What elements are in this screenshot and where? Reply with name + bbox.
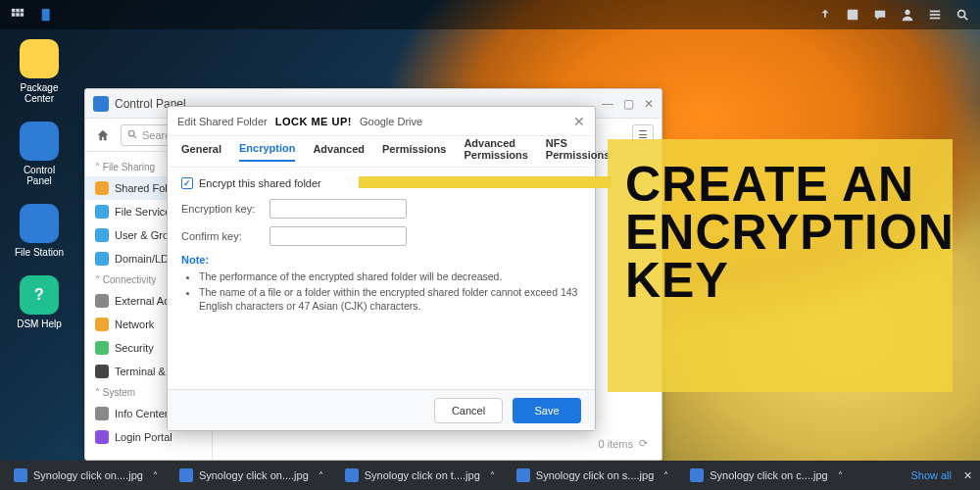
refresh-icon[interactable]: ⟳ xyxy=(639,437,648,450)
file-icon xyxy=(345,468,359,482)
services-icon xyxy=(95,205,109,219)
encrypt-checkbox[interactable]: ✓ xyxy=(181,177,193,189)
svg-rect-0 xyxy=(12,9,16,13)
status-bar: 0 items ⟳ xyxy=(599,437,648,450)
chevron-up-icon[interactable]: ˄ xyxy=(663,470,668,481)
download-item[interactable]: Synology click on t....jpg˄ xyxy=(339,468,501,482)
svg-rect-7 xyxy=(848,10,858,21)
svg-line-13 xyxy=(964,17,968,21)
download-item[interactable]: Synology click on s....jpg˄ xyxy=(511,468,674,482)
dialog-titlebar[interactable]: Edit Shared Folder LOCK ME UP! Google Dr… xyxy=(168,107,595,136)
window-minimize-icon[interactable]: — xyxy=(602,97,613,111)
svg-rect-5 xyxy=(21,13,24,17)
note-item: The name of a file or a folder within th… xyxy=(199,285,581,313)
tab-permissions[interactable]: Permissions xyxy=(382,143,446,161)
svg-rect-9 xyxy=(930,11,941,13)
svg-point-12 xyxy=(958,11,965,18)
desktop-icon-label: Package Center xyxy=(10,82,69,104)
svg-rect-10 xyxy=(930,14,941,16)
svg-rect-3 xyxy=(12,13,16,17)
desktop-icon-label: File Station xyxy=(15,247,64,258)
encrypt-checkbox-label: Encrypt this shared folder xyxy=(199,177,321,189)
dialog-subtitle: Google Drive xyxy=(360,116,422,127)
encryption-key-input[interactable] xyxy=(270,199,407,219)
main-menu-icon[interactable] xyxy=(6,3,29,26)
callout-text: CREATE AN ENCRYPTION KEY xyxy=(625,161,935,305)
taskbar-app-icon[interactable] xyxy=(35,3,59,26)
close-icon[interactable]: ✕ xyxy=(573,114,585,129)
chevron-up-icon[interactable]: ˄ xyxy=(318,470,323,481)
desktop-icon-label: DSM Help xyxy=(17,318,62,329)
save-button[interactable]: Save xyxy=(513,398,581,423)
tab-nfs-permissions[interactable]: NFS Permissions xyxy=(546,137,610,167)
desktop-icon-file-station[interactable]: File Station xyxy=(10,204,69,258)
upload-icon[interactable] xyxy=(813,3,837,26)
window-maximize-icon[interactable]: ▢ xyxy=(623,97,634,111)
network-icon xyxy=(95,318,109,331)
chevron-up-icon[interactable]: ˄ xyxy=(838,470,843,481)
info-icon xyxy=(95,407,109,420)
domain-icon xyxy=(95,252,109,266)
desktop-icon-dsm-help[interactable]: ? DSM Help xyxy=(10,275,69,329)
widget-icon[interactable] xyxy=(841,3,864,26)
cancel-button[interactable]: Cancel xyxy=(434,398,503,423)
system-topbar xyxy=(0,0,980,29)
close-icon[interactable]: ✕ xyxy=(963,469,972,482)
search-icon[interactable] xyxy=(951,3,974,26)
dialog-footer: Cancel Save xyxy=(168,389,595,430)
tab-advanced-permissions[interactable]: Advanced Permissions xyxy=(464,137,527,167)
svg-line-15 xyxy=(133,135,136,138)
window-app-icon xyxy=(93,96,109,112)
note-item: The performance of the encrypted shared … xyxy=(199,270,581,283)
chevron-up-icon[interactable]: ˄ xyxy=(490,470,495,481)
window-close-icon[interactable]: ✕ xyxy=(644,97,654,111)
svg-rect-1 xyxy=(16,9,20,13)
file-icon xyxy=(179,468,193,482)
file-icon xyxy=(14,468,27,482)
svg-rect-4 xyxy=(16,13,20,17)
desktop-icon-package-center[interactable]: Package Center xyxy=(10,39,69,104)
edit-shared-folder-dialog: Edit Shared Folder LOCK ME UP! Google Dr… xyxy=(167,106,596,431)
terminal-icon xyxy=(95,365,109,378)
dialog-tabs: General Encryption Advanced Permissions … xyxy=(168,136,595,168)
file-icon xyxy=(516,468,530,482)
desktop-icon-control-panel[interactable]: Control Panel xyxy=(10,122,69,186)
download-item[interactable]: Synology click on....jpg˄ xyxy=(173,468,329,482)
encryption-key-label: Encryption key: xyxy=(181,203,270,215)
tab-encryption[interactable]: Encryption xyxy=(239,142,295,162)
callout-connector xyxy=(359,176,612,188)
globe-icon xyxy=(95,294,109,308)
confirm-key-label: Confirm key: xyxy=(181,230,270,242)
home-icon[interactable] xyxy=(93,125,113,145)
desktop-icon-label: Control Panel xyxy=(10,165,69,186)
portal-icon xyxy=(95,430,109,444)
file-icon xyxy=(690,468,704,482)
folder-icon xyxy=(95,181,109,195)
dialog-annotation: LOCK ME UP! xyxy=(275,116,352,127)
svg-point-14 xyxy=(128,130,134,136)
dialog-title: Edit Shared Folder xyxy=(177,116,268,127)
show-all-link[interactable]: Show all xyxy=(910,469,952,481)
note-heading: Note: xyxy=(181,254,581,266)
user-icon xyxy=(95,228,109,242)
confirm-key-input[interactable] xyxy=(270,226,407,246)
svg-rect-6 xyxy=(42,9,50,21)
tab-advanced[interactable]: Advanced xyxy=(313,143,365,161)
shield-icon xyxy=(95,341,109,355)
dialog-content: ✓ Encrypt this shared folder Encryption … xyxy=(168,168,595,325)
svg-rect-11 xyxy=(930,18,941,20)
options-icon[interactable] xyxy=(923,3,947,26)
chat-icon[interactable] xyxy=(868,3,892,26)
note-list: The performance of the encrypted shared … xyxy=(181,270,581,314)
desktop-icons: Package Center Control Panel File Statio… xyxy=(10,39,69,329)
user-icon[interactable] xyxy=(896,3,919,26)
browser-download-bar: Synology click on....jpg˄ Synology click… xyxy=(0,461,980,490)
tab-general[interactable]: General xyxy=(181,143,221,161)
callout-box: CREATE AN ENCRYPTION KEY xyxy=(608,139,953,392)
chevron-up-icon[interactable]: ˄ xyxy=(153,470,158,481)
svg-point-8 xyxy=(905,10,909,15)
download-item[interactable]: Synology click on c....jpg˄ xyxy=(684,468,848,482)
download-item[interactable]: Synology click on....jpg˄ xyxy=(8,468,164,482)
svg-rect-2 xyxy=(21,9,24,13)
